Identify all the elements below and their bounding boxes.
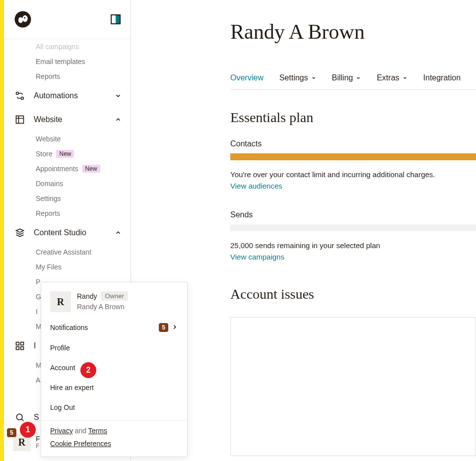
page-title: Randy A Brown <box>230 20 476 44</box>
nav-item-domains[interactable]: Domains <box>4 176 131 191</box>
popup-item-account[interactable]: Account <box>41 358 187 378</box>
nav-item-creative-assistant[interactable]: Creative Assistant <box>4 245 131 260</box>
tab-billing[interactable]: Billing <box>332 73 361 82</box>
search-icon <box>15 412 25 422</box>
cookie-preferences-link[interactable]: Cookie Preferences <box>50 440 111 448</box>
nav-label: Content Studio <box>34 228 106 237</box>
nav-section-content-studio[interactable]: Content Studio <box>4 221 131 245</box>
plan-title: Essentials plan <box>230 110 476 126</box>
svg-rect-8 <box>21 342 24 345</box>
svg-point-3 <box>24 17 25 19</box>
profile-sub: F <box>36 443 40 450</box>
popup-user-name: Randy <box>77 292 97 300</box>
sends-label: Sends <box>230 210 476 219</box>
popup-item-profile[interactable]: Profile <box>41 338 187 358</box>
svg-point-5 <box>21 97 24 100</box>
tab-settings[interactable]: Settings <box>279 73 316 82</box>
content-studio-icon <box>15 228 25 238</box>
terms-link[interactable]: Terms <box>88 427 107 435</box>
account-issues-title: Account issues <box>230 286 476 302</box>
contacts-label: Contacts <box>230 139 476 148</box>
popup-item-label: Hire an expert <box>50 384 94 392</box>
nav-item-store[interactable]: Store New <box>4 146 131 161</box>
nav-item-settings[interactable]: Settings <box>4 191 131 206</box>
chevron-down-icon <box>356 73 361 82</box>
contacts-warning: You're over your contact limit and incur… <box>230 170 476 179</box>
nav-item-appointments[interactable]: Appointments New <box>4 161 131 176</box>
popup-item-label: Account <box>50 364 75 372</box>
sends-block: Sends 25,000 sends remaining in your sel… <box>230 210 476 262</box>
notification-count-badge: 5 <box>7 428 16 437</box>
mailchimp-logo-icon[interactable] <box>14 10 32 28</box>
sends-usage-bar <box>230 224 476 231</box>
nav-item-label: Store <box>36 150 52 158</box>
profile-text: F F <box>36 435 40 450</box>
and-text: and <box>73 427 88 435</box>
chevron-up-icon <box>115 116 122 123</box>
nav-item-website[interactable]: Website <box>4 132 131 146</box>
nav-item-reports[interactable]: Reports <box>4 69 131 84</box>
brand-accent-bar <box>0 0 4 461</box>
nav-item-label: Appointments <box>36 165 78 173</box>
notification-count-badge: 5 <box>159 323 168 332</box>
callout-1: 1 <box>20 422 36 438</box>
tab-label: Extras <box>377 73 399 82</box>
profile-popup: R Randy Owner Randy A Brown Notification… <box>41 282 188 457</box>
svg-rect-6 <box>16 116 24 124</box>
sends-text: 25,000 sends remaining in your selected … <box>230 241 476 250</box>
svg-point-2 <box>22 15 28 22</box>
privacy-link[interactable]: Privacy <box>50 427 73 435</box>
tab-extras[interactable]: Extras <box>377 73 407 82</box>
nav-item-email-templates[interactable]: Email templates <box>4 54 131 69</box>
popup-item-notifications[interactable]: Notifications 5 <box>41 317 187 338</box>
svg-point-1 <box>18 17 23 23</box>
nav-section-website[interactable]: Website <box>4 108 131 132</box>
nav-item-my-files[interactable]: My Files <box>4 260 131 274</box>
search-label: S <box>34 413 39 422</box>
automations-icon <box>15 91 25 101</box>
chevron-up-icon <box>115 229 122 236</box>
svg-point-4 <box>16 92 19 95</box>
contacts-block: Contacts You're over your contact limit … <box>230 139 476 191</box>
profile-name: F <box>36 435 40 443</box>
svg-rect-9 <box>16 347 19 350</box>
new-badge: New <box>56 150 74 158</box>
popup-item-hire-expert[interactable]: Hire an expert <box>41 378 187 397</box>
svg-rect-10 <box>21 347 24 350</box>
svg-rect-7 <box>16 342 19 345</box>
tab-label: Billing <box>332 73 353 82</box>
popup-footer: Privacy and Terms Cookie Preferences <box>41 424 187 457</box>
popup-item-logout[interactable]: Log Out <box>41 397 187 417</box>
nav-section-automations[interactable]: Automations <box>4 84 131 108</box>
view-audiences-link[interactable]: View audiences <box>230 182 282 190</box>
tab-integrations[interactable]: Integration <box>423 73 461 82</box>
popup-item-label: Notifications <box>50 324 88 331</box>
nav-item-website-reports[interactable]: Reports <box>4 206 131 221</box>
chevron-down-icon <box>403 73 408 82</box>
website-icon <box>15 115 25 125</box>
chevron-right-icon <box>171 324 178 332</box>
contacts-usage-bar <box>230 153 476 160</box>
nav-label: Website <box>34 115 106 124</box>
tab-label: Settings <box>279 73 308 82</box>
view-campaigns-link[interactable]: View campaigns <box>230 253 284 261</box>
popup-user-account: Randy A Brown <box>77 303 128 311</box>
account-issues-box <box>230 317 476 456</box>
svg-point-11 <box>16 414 22 420</box>
avatar: R <box>50 291 71 312</box>
popup-item-label: Profile <box>50 344 70 352</box>
chevron-down-icon <box>115 92 122 99</box>
owner-badge: Owner <box>101 291 128 301</box>
nav-label: Automations <box>34 91 106 100</box>
popup-separator <box>41 420 187 421</box>
new-badge: New <box>82 165 100 173</box>
contacts-usage-fill <box>230 153 476 160</box>
tab-overview[interactable]: Overview <box>230 73 264 82</box>
sidebar-collapse-icon[interactable] <box>111 14 121 24</box>
callout-2: 2 <box>80 362 96 378</box>
nav-item-all-campaigns[interactable]: All campaigns <box>4 39 131 54</box>
popup-item-label: Log Out <box>50 403 75 411</box>
sidebar-header <box>4 0 131 39</box>
integrations-icon <box>15 341 25 351</box>
chevron-down-icon <box>311 73 316 82</box>
